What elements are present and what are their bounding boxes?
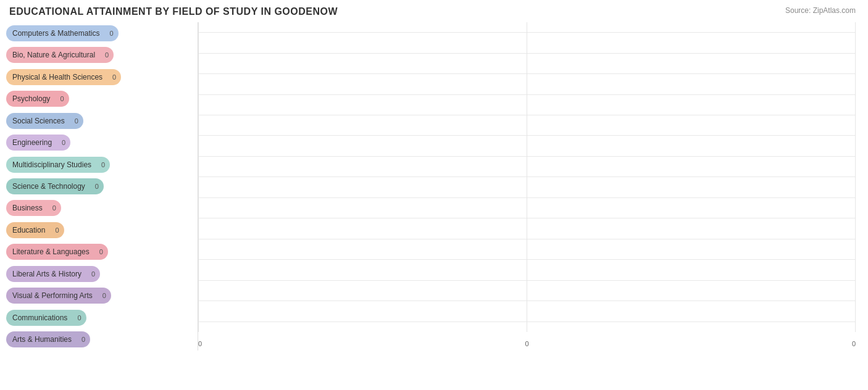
bar-label: Multidisciplinary Studies <box>6 157 96 173</box>
bar-value-badge: 0 <box>50 222 64 238</box>
bar-label: Business <box>6 200 48 216</box>
grid-line-3 <box>855 22 856 332</box>
bar-row: Bio, Nature & Agricultural0 <box>6 44 194 65</box>
grid-lines <box>198 22 856 332</box>
bar-value-badge: 0 <box>72 310 86 326</box>
bar-value-badge: 0 <box>55 91 69 107</box>
x-axis-label: 0 <box>198 340 202 347</box>
bar-value-badge: 0 <box>94 244 108 260</box>
chart-title: EDUCATIONAL ATTAINMENT BY FIELD OF STUDY… <box>6 6 856 17</box>
bar-value-badge: 0 <box>100 47 114 63</box>
bar-label: Visual & Performing Arts <box>6 288 98 304</box>
bar-label: Social Sciences <box>6 113 70 129</box>
bar-label: Communications <box>6 310 72 326</box>
x-axis-label: 0 <box>525 340 528 347</box>
source-label: Source: ZipAtlas.com <box>785 6 856 15</box>
x-axis-labels: 000 <box>198 340 856 347</box>
bar-row: Multidisciplinary Studies0 <box>6 154 194 175</box>
y-axis: Computers & Mathematics0Bio, Nature & Ag… <box>6 22 198 351</box>
x-axis-label: 0 <box>852 340 856 347</box>
bar-value-badge: 0 <box>107 69 121 85</box>
chart-container: EDUCATIONAL ATTAINMENT BY FIELD OF STUDY… <box>0 0 868 390</box>
bar-row: Liberal Arts & History0 <box>6 263 194 284</box>
bar-value-badge: 0 <box>48 200 61 216</box>
bar-label: Computers & Mathematics <box>6 25 104 41</box>
bar-row: Engineering0 <box>6 131 194 153</box>
bar-row: Business0 <box>6 197 194 219</box>
grid-line-1 <box>198 22 199 332</box>
bar-label: Engineering <box>6 135 57 151</box>
bar-label: Education <box>6 222 50 238</box>
grid-line-2 <box>527 22 527 332</box>
bar-value-badge: 0 <box>86 266 100 282</box>
bar-value-badge: 0 <box>96 157 110 173</box>
bar-value-badge: 0 <box>57 135 70 151</box>
bar-value-badge: 0 <box>90 178 104 194</box>
bar-row: Literature & Languages0 <box>6 241 194 263</box>
bar-label: Physical & Health Sciences <box>6 69 107 85</box>
bar-row: Physical & Health Sciences0 <box>6 66 194 88</box>
bar-row: Computers & Mathematics0 <box>6 22 194 44</box>
bar-value-badge: 0 <box>77 331 90 347</box>
bar-row: Science & Technology0 <box>6 175 194 197</box>
bar-label: Arts & Humanities <box>6 331 77 347</box>
bar-label: Psychology <box>6 91 55 107</box>
bar-row: Communications0 <box>6 307 194 328</box>
chart-area: Computers & Mathematics0Bio, Nature & Ag… <box>6 22 856 351</box>
bar-value-badge: 0 <box>70 113 83 129</box>
bar-label: Liberal Arts & History <box>6 266 86 282</box>
bar-label: Science & Technology <box>6 178 90 194</box>
bar-row: Psychology0 <box>6 88 194 109</box>
bar-label: Bio, Nature & Agricultural <box>6 47 100 63</box>
bar-label: Literature & Languages <box>6 244 94 260</box>
bar-row: Arts & Humanities0 <box>6 329 194 351</box>
bar-row: Social Sciences0 <box>6 110 194 131</box>
bar-value-badge: 0 <box>104 25 118 41</box>
bar-row: Education0 <box>6 219 194 241</box>
bar-value-badge: 0 <box>98 288 111 304</box>
plot-area: 000 <box>198 22 856 351</box>
bar-row: Visual & Performing Arts0 <box>6 285 194 307</box>
